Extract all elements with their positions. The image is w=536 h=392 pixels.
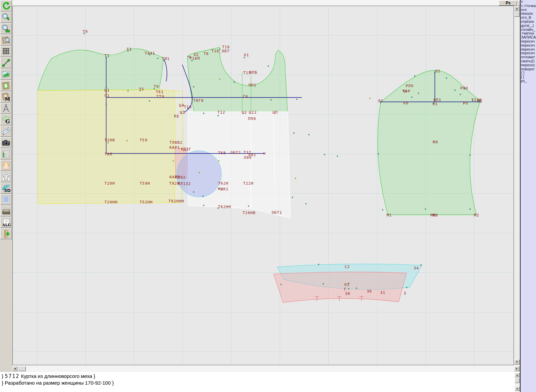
command-item[interactable]: рз_ — [521, 79, 536, 83]
pattern-point — [203, 196, 204, 197]
pattern-point — [268, 66, 269, 67]
table-button[interactable] — [0, 148, 12, 159]
point-label: Ц2 — [242, 110, 247, 115]
point-label: ПД3Г — [181, 147, 191, 151]
pattern-piece-button[interactable] — [0, 80, 12, 91]
point-label: ПЛ132 — [178, 182, 191, 186]
pattern-point — [296, 99, 297, 100]
scroll-up-button[interactable]: ▲ — [514, 6, 520, 11]
grid-button[interactable] — [0, 46, 12, 57]
command-item[interactable]: перенос — [521, 63, 536, 67]
vscroll-thumb[interactable] — [514, 11, 520, 17]
ruler-button[interactable]: 78 — [0, 126, 12, 137]
list-button[interactable] — [0, 194, 12, 205]
command-item[interactable]: сжать(() — [521, 59, 536, 63]
piece-white-piece-right — [251, 112, 290, 218]
zoom-piece-button[interactable] — [0, 35, 12, 46]
point-label: Т16_ОБТ — [211, 49, 230, 53]
point-label: МВ — [433, 213, 438, 217]
point-label: РП — [463, 101, 468, 106]
command-item[interactable]: пересеч — [521, 40, 536, 44]
svg-text:M: M — [5, 96, 10, 102]
alg-button[interactable]: ALG — [0, 217, 12, 228]
point-label: Т441 — [145, 51, 155, 56]
measure-button[interactable] — [0, 57, 12, 68]
point-label: Т9 — [154, 84, 159, 89]
pattern-point — [337, 156, 338, 157]
point-label: Т92ННН — [169, 199, 184, 203]
camera-button[interactable] — [0, 137, 12, 148]
point-label: РПО — [460, 86, 468, 90]
point-label: Т20В — [105, 138, 115, 142]
status-scroll-thumb[interactable] — [515, 378, 520, 383]
scroll-down-button[interactable]: ▼ — [514, 360, 520, 365]
jacket-button[interactable] — [0, 171, 12, 182]
pattern-point — [234, 82, 235, 83]
svg-text:ALG: ALG — [2, 223, 11, 227]
scroll-left-button[interactable]: ◄ — [12, 366, 17, 371]
point-label: С1 — [344, 282, 350, 287]
status-scroll-up-button[interactable]: ▲ — [515, 373, 520, 377]
canvas-horizontal-scrollbar[interactable]: ◄ ► — [12, 365, 520, 372]
command-item[interactable]: пересеч — [521, 44, 536, 48]
zoom-out-button[interactable] — [0, 23, 12, 34]
canvas-vertical-scrollbar[interactable]: ▲ ▼ — [514, 6, 520, 365]
point-label: Г — [344, 287, 347, 291]
marker-m-button[interactable]: M — [0, 91, 12, 103]
point-label: ПЛ92 — [175, 175, 186, 180]
books-button[interactable] — [0, 205, 12, 216]
command-item[interactable]: дуга(,,,) — [521, 24, 536, 28]
pattern-point — [421, 265, 422, 266]
pattern-point — [293, 133, 294, 134]
pattern-point — [188, 56, 189, 57]
command-panel: =т.:=точкаотлпекалоотл_Вотрезокдуга(,,,)… — [520, 0, 536, 392]
command-item[interactable]: отрезок — [521, 20, 536, 24]
3d-button[interactable]: 3D — [0, 183, 12, 194]
scroll-right-button[interactable]: ► — [514, 366, 520, 371]
status-scroll-down-button[interactable]: ▼ — [515, 387, 520, 391]
point-label: ТЛ8В2 — [170, 140, 183, 145]
measure-icon — [1, 58, 11, 68]
command-item[interactable]: т.:=точка — [521, 4, 536, 8]
undo-button[interactable] — [0, 0, 12, 11]
exit-icon — [1, 229, 11, 239]
hscroll-thumb[interactable] — [18, 366, 26, 371]
pattern-point — [248, 206, 249, 207]
rz-button[interactable]: Рз — [499, 0, 517, 6]
status-brace: } — [2, 373, 3, 379]
compass-button[interactable] — [0, 103, 12, 114]
status-scrollbar[interactable]: ▲ ▼ — [515, 373, 520, 391]
point-label: Х1 — [244, 53, 249, 57]
aux-point — [199, 172, 200, 173]
point-label: Т20НВ — [243, 211, 256, 215]
point-label: Т20Н — [105, 181, 115, 186]
zoom-piece-icon — [1, 36, 11, 45]
point-label: О2 — [435, 69, 441, 73]
image-button[interactable] — [0, 69, 12, 80]
drawing-canvas[interactable]: Т0Т1Т3Т441ТЯ1Ц1С1Т5Т9Т61ТТ9Ц4Т10Ц3Т8Т20В… — [12, 6, 514, 365]
point-label: Т59Н — [140, 181, 150, 186]
zoom-out-icon — [1, 24, 11, 34]
grazia-g-button[interactable]: G — [0, 114, 12, 125]
photo-button[interactable] — [0, 160, 12, 171]
grazia-g-icon: G — [1, 115, 11, 125]
exit-button[interactable] — [0, 228, 12, 239]
point-label: ПП0 — [248, 117, 256, 121]
point-label: Т12 — [217, 110, 225, 115]
point-label: Р1 — [378, 99, 384, 103]
pattern-point — [157, 58, 158, 59]
point-label: Г0 — [243, 94, 248, 99]
pattern-point — [382, 209, 383, 210]
point-label: Ц1 — [105, 88, 110, 92]
point-label: М2 — [474, 213, 479, 217]
3d-icon: 3D — [1, 184, 11, 193]
pattern-point — [106, 104, 107, 105]
piece-oval-piece — [177, 151, 221, 197]
pattern-point — [271, 100, 272, 101]
point-label: З6 — [367, 289, 372, 293]
pattern-point — [324, 154, 325, 155]
pattern-point — [203, 113, 204, 114]
point-label: М1 — [387, 213, 392, 217]
zoom-in-button[interactable] — [0, 12, 12, 23]
pattern-point — [411, 97, 412, 98]
